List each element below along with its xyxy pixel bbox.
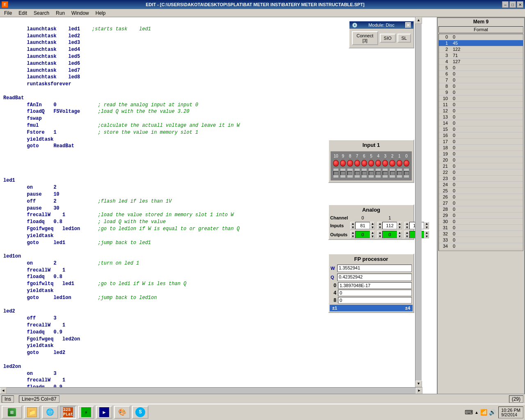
mem9-row-19[interactable]: 190 <box>439 151 523 157</box>
input2-up[interactable]: ▲ <box>404 222 409 226</box>
mem9-row-29[interactable]: 290 <box>439 212 523 219</box>
out0-down[interactable]: ▼ <box>350 235 355 238</box>
menu-edit[interactable]: Edit <box>16 9 30 17</box>
led-7[interactable] <box>354 160 360 167</box>
mem9-row-7[interactable]: 70 <box>439 77 523 83</box>
mem9-row-31[interactable]: 310 <box>439 225 523 231</box>
switch-9[interactable] <box>340 168 346 178</box>
minimize-button[interactable]: – <box>502 1 509 8</box>
input0-up[interactable]: ▲ <box>350 222 355 226</box>
input0-down[interactable]: ▼ <box>350 226 355 229</box>
led-2[interactable] <box>389 160 395 167</box>
mem9-row-6[interactable]: 60 <box>439 71 523 77</box>
out1-up[interactable]: ▲ <box>377 231 382 235</box>
switch-1[interactable] <box>397 168 402 178</box>
led-6[interactable] <box>361 160 367 167</box>
input2-down[interactable]: ▼ <box>404 226 409 229</box>
taskbar-chrome[interactable]: 🌐 <box>42 406 58 419</box>
menu-run[interactable]: Run <box>53 9 67 17</box>
switch-2[interactable] <box>389 168 395 178</box>
arrow-up-icon[interactable]: ▲ <box>475 410 479 415</box>
mem9-row-0[interactable]: 00 <box>439 34 523 40</box>
mem9-row-9[interactable]: 90 <box>439 89 523 96</box>
taskbar-splat[interactable]: 32SPLat <box>60 406 76 419</box>
mem9-row-24[interactable]: 240 <box>439 182 523 188</box>
out0-up[interactable]: ▲ <box>350 231 355 235</box>
mem9-row-32[interactable]: 320 <box>439 231 523 237</box>
input1-down[interactable]: ▼ <box>377 226 382 229</box>
mem9-row-25[interactable]: 250 <box>439 188 523 194</box>
sl-button[interactable]: SL <box>397 34 411 43</box>
scroll-left-button[interactable]: ◄ <box>0 388 7 394</box>
close-button[interactable]: ✕ <box>517 1 523 8</box>
led-10[interactable] <box>333 160 339 167</box>
mem9-row-1[interactable]: 145 <box>439 40 523 46</box>
out2-down[interactable]: ▼ <box>404 235 409 238</box>
led-0[interactable] <box>404 160 409 167</box>
input1-up2[interactable]: ▲ <box>397 222 402 226</box>
taskbar-paint[interactable]: 🎨 <box>114 406 130 419</box>
menu-help[interactable]: Help <box>93 9 108 17</box>
mem9-row-16[interactable]: 160 <box>439 132 523 139</box>
input0-down2[interactable]: ▼ <box>370 226 375 229</box>
switch-0[interactable] <box>404 168 409 178</box>
led-8[interactable] <box>347 160 353 167</box>
scroll-right-button[interactable]: ► <box>416 388 422 394</box>
switch-5[interactable] <box>368 168 374 178</box>
switch-10[interactable] <box>333 168 339 178</box>
taskbar-folder[interactable]: 📁 <box>24 406 40 419</box>
mem9-row-4[interactable]: 4127 <box>439 59 523 65</box>
mem9-row-30[interactable]: 300 <box>439 219 523 225</box>
mem9-row-34[interactable]: 340 <box>439 243 523 249</box>
out0-up2[interactable]: ▲ <box>370 231 375 235</box>
taskbar-skype[interactable]: S <box>132 406 148 419</box>
out2-down2[interactable]: ▼ <box>424 235 429 238</box>
switch-3[interactable] <box>382 168 388 178</box>
fp-mem-4-val[interactable]: 0 <box>338 290 412 296</box>
out1-down[interactable]: ▼ <box>377 235 382 238</box>
v-scrollbar[interactable]: ▲ ▼ <box>415 17 422 387</box>
mem9-row-23[interactable]: 230 <box>439 176 523 182</box>
out0-down2[interactable]: ▼ <box>370 235 375 238</box>
mem9-row-14[interactable]: 140 <box>439 120 523 126</box>
mem9-row-20[interactable]: 200 <box>439 157 523 163</box>
scroll-down-button[interactable]: ▼ <box>415 381 422 387</box>
v-scroll-track[interactable] <box>415 24 422 381</box>
mem9-row-21[interactable]: 210 <box>439 163 523 169</box>
input1-up[interactable]: ▲ <box>377 222 382 226</box>
mem9-row-27[interactable]: 270 <box>439 200 523 206</box>
out2-up[interactable]: ▲ <box>404 231 409 235</box>
taskbar-circuit[interactable]: ⚡ <box>78 406 94 419</box>
switch-8[interactable] <box>347 168 353 178</box>
mem9-row-22[interactable]: 220 <box>439 169 523 176</box>
mem9-row-28[interactable]: 280 <box>439 206 523 212</box>
start-button[interactable]: ⊞ <box>2 406 22 419</box>
mem9-row-3[interactable]: 371 <box>439 52 523 59</box>
mem9-row-33[interactable]: 330 <box>439 237 523 243</box>
h-scroll-track[interactable] <box>7 388 416 394</box>
fp-mem-8-val[interactable]: 0 <box>338 297 412 304</box>
mem9-row-13[interactable]: 130 <box>439 114 523 120</box>
mem9-format-bar[interactable]: Format <box>438 26 523 33</box>
led-1[interactable] <box>397 160 402 167</box>
mem9-row-18[interactable]: 180 <box>439 145 523 151</box>
switch-7[interactable] <box>354 168 360 178</box>
led-5[interactable] <box>368 160 374 167</box>
out1-up2[interactable]: ▲ <box>397 231 402 235</box>
out2-up2[interactable]: ▲ <box>424 231 429 235</box>
connect-button[interactable]: Connect [3] <box>352 31 378 45</box>
menu-window[interactable]: Window <box>69 9 91 17</box>
out1-down2[interactable]: ▼ <box>397 235 402 238</box>
led-4[interactable] <box>375 160 381 167</box>
fp-q-value[interactable]: 0.42352942 <box>337 274 412 281</box>
scroll-up-button[interactable]: ▲ <box>415 17 422 24</box>
sio-button[interactable]: SIO <box>380 34 396 43</box>
mem9-row-10[interactable]: 100 <box>439 96 523 102</box>
mem9-row-17[interactable]: 170 <box>439 139 523 145</box>
fp-mem-0-val[interactable]: 1.3897048E-17 <box>338 282 412 289</box>
mem9-row-26[interactable]: 260 <box>439 194 523 200</box>
switch-4[interactable] <box>375 168 381 178</box>
fp-w-value[interactable]: 1.3552941 <box>337 265 412 272</box>
mem9-row-12[interactable]: 120 <box>439 108 523 114</box>
mem9-row-5[interactable]: 50 <box>439 65 523 71</box>
